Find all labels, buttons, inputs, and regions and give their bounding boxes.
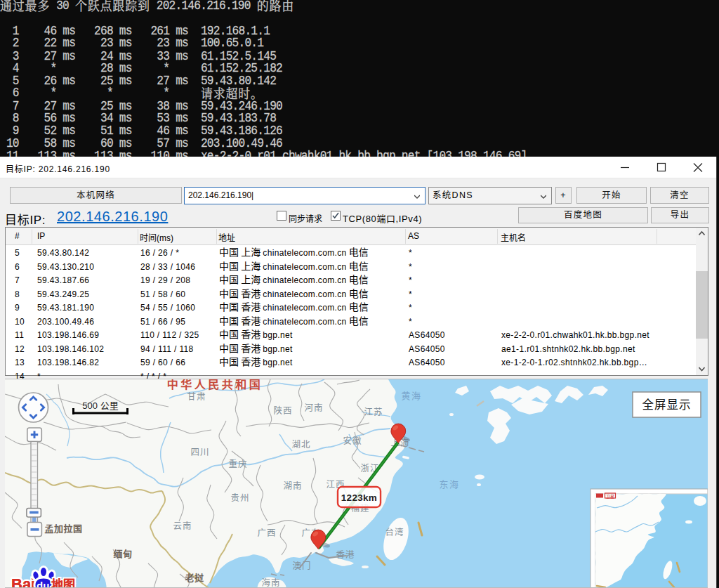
svg-text:500 公里: 500 公里 bbox=[82, 400, 118, 411]
svg-text:江苏: 江苏 bbox=[364, 405, 383, 418]
svg-text:老挝: 老挝 bbox=[184, 570, 204, 584]
svg-text:全屏显示: 全屏显示 bbox=[642, 396, 692, 412]
svg-text:陕西: 陕西 bbox=[273, 403, 292, 417]
svg-text:湖南: 湖南 bbox=[283, 478, 302, 492]
svg-text:重庆: 重庆 bbox=[228, 457, 247, 470]
svg-text:卫星: 卫星 bbox=[606, 493, 614, 499]
svg-text:台湾: 台湾 bbox=[385, 525, 404, 538]
svg-text:1223km: 1223km bbox=[341, 492, 377, 503]
svg-text:孟加拉国: 孟加拉国 bbox=[44, 521, 82, 535]
svg-text:缅甸: 缅甸 bbox=[113, 547, 132, 560]
svg-text:海南: 海南 bbox=[261, 575, 280, 588]
svg-text:广西: 广西 bbox=[257, 525, 276, 539]
svg-text:云南: 云南 bbox=[173, 518, 192, 532]
svg-text:河南: 河南 bbox=[304, 400, 323, 414]
svg-text:四川: 四川 bbox=[190, 445, 209, 458]
svg-text:湖北: 湖北 bbox=[291, 437, 310, 450]
svg-text:香港: 香港 bbox=[336, 547, 355, 561]
svg-text:安徽: 安徽 bbox=[343, 433, 362, 447]
svg-text:黄海: 黄海 bbox=[401, 388, 421, 402]
svg-text:贵州: 贵州 bbox=[230, 490, 249, 504]
svg-text:澳门: 澳门 bbox=[292, 558, 311, 572]
svg-text:地图: 地图 bbox=[51, 575, 75, 588]
svg-text:东海: 东海 bbox=[439, 477, 459, 490]
svg-text:中华人民共和国: 中华人民共和国 bbox=[167, 379, 263, 392]
svg-text:du: du bbox=[37, 580, 49, 588]
